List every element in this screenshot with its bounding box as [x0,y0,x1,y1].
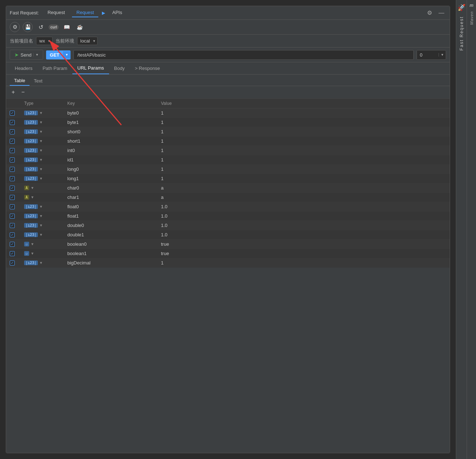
type-dropdown[interactable]: ▼ [39,120,43,124]
tab-request[interactable]: Request [43,8,69,17]
row-key[interactable]: byte0 [67,110,161,116]
row-type[interactable]: |ı23| ▼ [24,176,67,181]
row-type[interactable]: |ı23| ▼ [24,120,67,125]
tab-request-active[interactable]: Request [72,8,98,17]
remove-param-btn[interactable]: − [19,88,26,96]
row-checkbox[interactable]: ✓ [10,120,24,125]
row-checkbox[interactable]: ✓ [10,176,24,181]
sub-tab-table[interactable]: Table [10,76,30,86]
row-type[interactable]: |ı23| ▼ [24,148,67,153]
type-dropdown[interactable]: ▼ [39,205,43,209]
row-type[interactable]: |ı23| ▼ [24,157,67,162]
sub-tab-text[interactable]: Text [30,76,47,85]
type-dropdown[interactable]: ▼ [39,233,43,237]
number-dropdown-btn[interactable]: ▼ [439,53,446,57]
number-input[interactable] [417,50,439,59]
tab-body[interactable]: Body [109,63,130,74]
url-input[interactable] [73,50,414,60]
type-dropdown[interactable]: ▼ [39,223,43,227]
type-dropdown[interactable]: ▼ [39,167,43,171]
tab-headers[interactable]: Headers [10,63,37,74]
row-key[interactable]: bigDecimal [67,260,161,266]
type-dropdown[interactable]: ▼ [31,242,34,246]
row-checkbox[interactable]: ✓ [10,157,24,162]
row-value[interactable]: 1 [161,138,446,144]
row-checkbox[interactable]: ✓ [10,129,24,134]
tab-path-param[interactable]: Path Param [37,63,72,74]
row-value[interactable]: 1 [161,260,446,266]
row-value[interactable]: 1.0 [161,204,446,209]
row-value[interactable]: 1.0 [161,232,446,237]
row-value[interactable]: true [161,251,446,256]
row-value[interactable]: 1 [161,110,446,116]
row-checkbox[interactable]: ✓ [10,186,24,191]
row-type[interactable]: |ı23| ▼ [24,139,67,143]
row-checkbox[interactable]: ✓ [10,214,24,219]
row-checkbox[interactable]: ✓ [10,111,24,116]
settings-btn[interactable]: ⚙ [10,22,20,32]
row-checkbox[interactable]: ✓ [10,232,24,237]
row-type[interactable]: |ı23| ▼ [24,129,67,134]
row-key[interactable]: float1 [67,213,161,219]
row-checkbox[interactable]: ✓ [10,195,24,200]
row-key[interactable]: boolean0 [67,241,161,247]
type-dropdown[interactable]: ▼ [39,148,43,152]
type-dropdown[interactable]: ▼ [31,195,34,199]
row-key[interactable]: short1 [67,138,161,144]
row-type[interactable]: A ▼ [24,195,67,200]
row-value[interactable]: 1.0 [161,213,446,219]
row-checkbox[interactable]: ✓ [10,148,24,153]
gear-button[interactable]: ⚙ [425,9,434,17]
row-checkbox[interactable]: ✓ [10,204,24,209]
row-checkbox[interactable]: ✓ [10,167,24,172]
row-type[interactable]: |ı23| ▼ [24,223,67,228]
row-type[interactable]: |ı23| ▼ [24,232,67,237]
add-param-btn[interactable]: + [10,88,17,96]
project-select[interactable]: wx [36,37,53,45]
type-dropdown[interactable]: ▼ [39,214,43,218]
type-dropdown[interactable]: ▼ [39,261,43,265]
row-type[interactable]: |ı23| ▼ [24,214,67,218]
row-type[interactable]: ☑ ▼ [24,251,67,256]
method-select[interactable]: GET [46,50,63,59]
type-dropdown[interactable]: ▼ [39,158,43,162]
row-key[interactable]: boolean1 [67,251,161,256]
refresh-btn[interactable]: ↺ [36,22,46,32]
send-button[interactable]: ➤ Send ▼ [10,50,43,60]
row-checkbox[interactable]: ✓ [10,260,24,266]
row-value[interactable]: a [161,195,446,200]
tab-apis[interactable]: APIs [108,8,126,17]
row-value[interactable]: 1 [161,157,446,162]
row-value[interactable]: 1 [161,176,446,181]
type-dropdown[interactable]: ▼ [39,177,43,181]
row-key[interactable]: char1 [67,195,161,200]
row-value[interactable]: 1 [161,120,446,125]
row-type[interactable]: |ı23| ▼ [24,167,67,171]
row-type[interactable]: |ı23| ▼ [24,111,67,115]
row-key[interactable]: double1 [67,232,161,237]
row-checkbox[interactable]: ✓ [10,223,24,228]
row-value[interactable]: 1 [161,166,446,172]
row-type[interactable]: ☑ ▼ [24,242,67,246]
docs-btn[interactable]: 📖 [62,22,72,32]
row-key[interactable]: long1 [67,176,161,181]
row-type[interactable]: |ı23| ▼ [24,260,67,265]
row-type[interactable]: |ı23| ▼ [24,204,67,209]
row-value[interactable]: 1 [161,148,446,153]
type-dropdown[interactable]: ▼ [39,139,43,143]
row-value[interactable]: a [161,185,446,191]
row-key[interactable]: short0 [67,129,161,134]
row-key[interactable]: double0 [67,223,161,228]
row-key[interactable]: float0 [67,204,161,209]
save-btn[interactable]: 💾 [23,22,33,32]
row-key[interactable]: byte1 [67,120,161,125]
minimize-button[interactable]: — [437,9,446,17]
row-key[interactable]: id1 [67,157,161,162]
type-dropdown[interactable]: ▼ [39,130,43,134]
coffee-btn[interactable]: ☕ [75,22,85,32]
row-value[interactable]: true [161,241,446,247]
row-value[interactable]: 1.0 [161,223,446,228]
tab-url-params[interactable]: URL Params [72,62,109,74]
row-checkbox[interactable]: ✓ [10,242,24,247]
row-key[interactable]: int0 [67,148,161,153]
